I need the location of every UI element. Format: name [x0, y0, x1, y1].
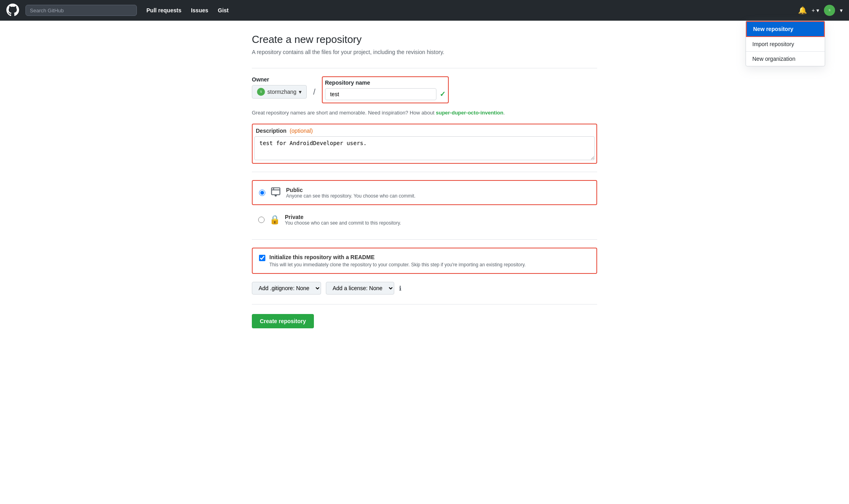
- public-desc: Anyone can see this repository. You choo…: [286, 193, 415, 199]
- main-content: Create a new repository A repository con…: [245, 21, 604, 341]
- description-optional: (optional): [290, 128, 313, 134]
- suggestion-text: Great repository names are short and mem…: [252, 110, 597, 116]
- owner-avatar-icon: S: [257, 88, 265, 96]
- private-radio[interactable]: [258, 217, 265, 223]
- main-nav: Pull requests Issues Gist: [146, 7, 229, 14]
- form-divider: [252, 68, 597, 68]
- check-icon: ✓: [440, 90, 446, 99]
- new-item-button[interactable]: + ▾: [812, 7, 819, 14]
- public-option[interactable]: Public Anyone can see this repository. Y…: [252, 180, 597, 205]
- import-repository-item[interactable]: Import repository: [746, 37, 825, 52]
- owner-name: stormzhang: [267, 89, 296, 95]
- init-desc: This will let you immediately clone the …: [269, 262, 526, 268]
- new-organization-item[interactable]: New organization: [746, 52, 825, 66]
- init-text: Initialize this repository with a README…: [269, 254, 526, 268]
- header-actions: 🔔 + ▾ S ▾: [798, 5, 843, 16]
- repo-name-input-wrapper: ✓: [325, 88, 446, 100]
- section-divider-1: [252, 172, 597, 172]
- dropdown-menu: New repository Import repository New org…: [746, 21, 825, 66]
- svg-text:S: S: [829, 9, 831, 12]
- create-repository-button[interactable]: Create repository: [252, 314, 314, 328]
- repo-name-group: Repository name ✓: [322, 76, 449, 103]
- svg-text:S: S: [260, 90, 262, 93]
- public-title: Public: [286, 187, 415, 193]
- issues-link[interactable]: Issues: [191, 7, 208, 14]
- pull-requests-link[interactable]: Pull requests: [146, 7, 181, 14]
- info-icon[interactable]: ℹ: [399, 285, 401, 292]
- github-logo[interactable]: [6, 4, 19, 17]
- new-item-dropdown: New repository Import repository New org…: [746, 21, 825, 66]
- owner-select[interactable]: S stormzhang ▾: [252, 85, 307, 99]
- add-files-row: Add .gitignore: None Add a license: None…: [252, 282, 597, 304]
- app-header: Pull requests Issues Gist 🔔 + ▾ S ▾ New …: [0, 0, 849, 21]
- private-option[interactable]: 🔒 Private You choose who can see and com…: [252, 208, 597, 231]
- search-input[interactable]: [25, 5, 137, 16]
- suggestion-link[interactable]: super-duper-octo-invention: [436, 110, 503, 116]
- owner-group: Owner S stormzhang ▾: [252, 76, 307, 99]
- avatar-dropdown-icon[interactable]: ▾: [840, 7, 843, 14]
- public-text: Public Anyone can see this repository. Y…: [286, 187, 415, 199]
- notification-icon[interactable]: 🔔: [798, 6, 807, 15]
- init-readme-section: Initialize this repository with a README…: [252, 248, 597, 274]
- init-row: Initialize this repository with a README…: [259, 254, 590, 268]
- section-divider-2: [252, 239, 597, 240]
- owner-label: Owner: [252, 76, 307, 83]
- description-label: Description (optional): [254, 126, 595, 136]
- repo-name-input[interactable]: [325, 88, 436, 100]
- gist-link[interactable]: Gist: [218, 7, 229, 14]
- license-select[interactable]: Add a license: None: [326, 282, 394, 295]
- private-title: Private: [285, 214, 401, 220]
- description-input[interactable]: test for AndroidDeveloper users.: [254, 136, 595, 160]
- avatar[interactable]: S: [824, 5, 835, 16]
- owner-dropdown-icon: ▾: [299, 89, 302, 95]
- private-desc: You choose who can see and commit to thi…: [285, 220, 401, 226]
- visibility-section: Public Anyone can see this repository. Y…: [252, 180, 597, 231]
- public-repo-icon: [270, 186, 281, 199]
- lock-icon: 🔒: [269, 215, 280, 225]
- repo-name-label: Repository name: [325, 79, 446, 86]
- new-repository-item[interactable]: New repository: [746, 21, 825, 37]
- public-radio[interactable]: [259, 190, 265, 196]
- svg-rect-4: [272, 188, 280, 195]
- owner-repo-row: Owner S stormzhang ▾ / Repository name ✓: [252, 76, 597, 103]
- gitignore-select[interactable]: Add .gitignore: None: [252, 282, 321, 295]
- description-group: Description (optional) test for AndroidD…: [252, 124, 597, 164]
- init-label: Initialize this repository with a README: [269, 254, 526, 260]
- separator: /: [313, 76, 315, 97]
- private-text: Private You choose who can see and commi…: [285, 214, 401, 226]
- page-title: Create a new repository: [252, 33, 597, 46]
- init-readme-checkbox[interactable]: [259, 255, 265, 261]
- page-subtitle: A repository contains all the files for …: [252, 49, 597, 55]
